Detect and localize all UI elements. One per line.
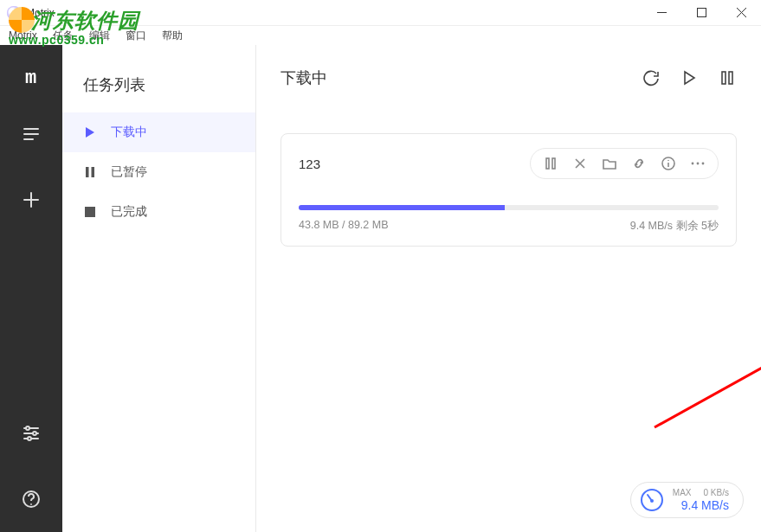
close-button[interactable] [721,0,761,26]
svg-line-18 [655,298,761,427]
svg-point-20 [650,499,654,503]
svg-rect-7 [92,167,95,177]
menu-item-edit[interactable]: 编辑 [89,29,110,43]
sidebar-item-label: 已暂停 [111,164,147,180]
task-link-button[interactable] [624,152,654,175]
menu-item-tasks[interactable]: 任务 [53,29,74,43]
task-progress [299,205,719,210]
svg-rect-9 [722,72,726,84]
task-info-button[interactable] [654,152,683,175]
menu-item-motrix[interactable]: Motrix [9,29,37,42]
titlebar: Motrix [0,0,761,26]
speed-upload: 0 KB/s [704,488,729,498]
main-panel: 下载中 123 43.8 MB / 89 [256,45,761,532]
task-delete-button[interactable] [565,152,595,175]
play-icon [83,125,97,139]
task-card[interactable]: 123 43.8 MB / 89.2 MB 9.4 MB/s 剩余 5秒 [281,133,737,247]
window-title: Motrix [26,7,55,19]
rail-item-preferences[interactable] [0,413,62,454]
svg-rect-10 [729,72,732,84]
window-controls [642,0,761,26]
svg-point-1 [26,426,29,430]
header-actions [642,68,737,87]
svg-point-5 [30,503,32,505]
sidebar-item-label: 已完成 [111,204,147,220]
svg-point-14 [667,160,669,162]
main-header: 下载中 [281,67,737,88]
annotation-arrow-icon [629,289,761,445]
sidebar: 任务列表 下载中 已暂停 已完成 [62,45,256,532]
minimize-button[interactable] [642,0,681,26]
svg-rect-0 [697,9,706,17]
svg-rect-11 [546,158,549,169]
task-speed-eta: 9.4 MB/s 剩余 5秒 [630,219,719,234]
svg-point-16 [697,163,700,165]
speed-max-label: MAX [673,488,692,498]
nav-rail: m [0,45,62,532]
sidebar-title: 任务列表 [62,67,255,112]
task-actions [530,148,719,179]
svg-rect-8 [85,207,95,217]
stop-icon [83,205,97,219]
task-more-button[interactable] [683,152,713,175]
rail-item-list[interactable] [0,113,62,155]
task-name: 123 [299,157,320,171]
rail-item-help[interactable] [0,478,62,520]
gauge-icon [640,488,664,512]
refresh-button[interactable] [642,68,661,87]
sidebar-item-paused[interactable]: 已暂停 [62,152,255,192]
task-pause-button[interactable] [536,152,565,175]
task-size: 43.8 MB / 89.2 MB [299,219,389,234]
task-progress-bar [299,205,505,210]
pause-icon [83,165,97,179]
rail-logo: m [25,67,37,89]
app-icon [7,6,21,20]
task-folder-button[interactable] [595,152,624,175]
svg-rect-12 [552,158,555,169]
speed-download: 9.4 MB/s [681,498,729,512]
menu-item-help[interactable]: 帮助 [162,29,183,43]
page-title: 下载中 [281,67,327,88]
svg-point-3 [28,437,31,440]
speed-indicator[interactable]: MAX0 KB/s 9.4 MB/s [630,482,744,518]
svg-point-15 [692,163,694,165]
menu-item-window[interactable]: 窗口 [126,29,146,43]
svg-rect-6 [86,167,89,177]
maximize-button[interactable] [681,0,721,26]
sidebar-item-completed[interactable]: 已完成 [62,192,255,232]
resume-all-button[interactable] [680,68,699,87]
rail-item-add[interactable] [0,179,62,221]
pause-all-button[interactable] [718,68,737,87]
sidebar-item-label: 下载中 [111,125,147,140]
menubar: Motrix 任务 编辑 窗口 帮助 [0,26,761,45]
svg-point-2 [33,432,36,435]
svg-point-17 [702,163,705,165]
sidebar-item-downloading[interactable]: 下载中 [62,112,255,152]
